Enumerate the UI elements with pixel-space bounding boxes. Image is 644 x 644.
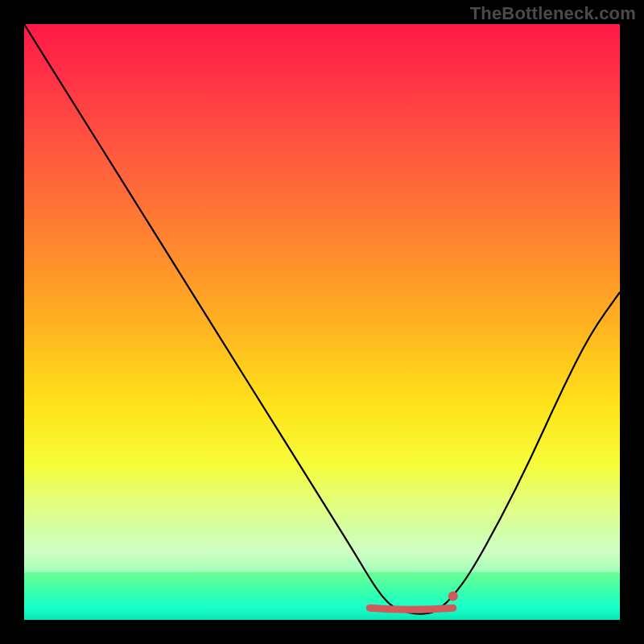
plot-area <box>24 24 620 620</box>
watermark-text: TheBottleneck.com <box>470 3 636 24</box>
bottleneck-curve <box>24 24 620 614</box>
optimal-range-marker <box>369 608 453 609</box>
curve-svg <box>24 24 620 620</box>
chart-frame: TheBottleneck.com <box>0 0 644 644</box>
optimal-end-dot-icon <box>448 591 458 601</box>
